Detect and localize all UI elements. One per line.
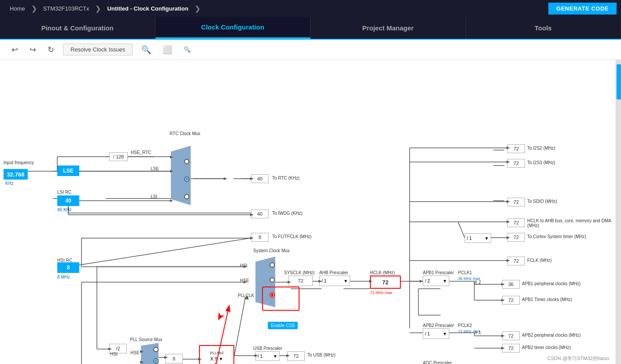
zoom-in-button[interactable]: 🔍 — [139, 43, 154, 56]
pclk2-label: PCLK2 — [458, 323, 472, 328]
rtc-radio-lse[interactable] — [184, 176, 189, 182]
usb-val-box[interactable]: 72 — [287, 351, 305, 361]
red-arrow-1: ➤ — [213, 310, 228, 324]
refresh-button[interactable]: ↻ — [45, 43, 57, 56]
ahb-label: AHB Prescaler — [319, 270, 348, 275]
sys-radio-hsi[interactable] — [270, 262, 275, 268]
redo-button[interactable]: ↪ — [27, 43, 39, 56]
nav-home[interactable]: Home — [4, 0, 30, 17]
pll-src-radio-hse[interactable] — [153, 358, 159, 364]
hsi-sys-label: HSI — [240, 263, 248, 268]
rtc-mux-label: RTC Clock Mux — [170, 131, 200, 136]
apb1-div2-val: / 2 — [425, 279, 430, 283]
hclk-ahb-label: HCLK to AHB bus, core, memory and DMA (M… — [527, 218, 616, 228]
lsi-box[interactable]: 40 — [57, 195, 79, 206]
fclk-val-box[interactable]: 72 — [507, 257, 525, 265]
apb1-periph-val[interactable]: 36 — [502, 280, 520, 289]
connections-svg — [0, 60, 616, 364]
usb-pre-label: USB Prescaler — [253, 346, 282, 351]
fit-button[interactable]: ⬜ — [160, 43, 175, 56]
i2s2-to-label: To I2S2 (MHz) — [527, 146, 555, 151]
rtc-radio-lsi[interactable] — [184, 194, 189, 199]
apb1-timer-label: APB1 Timer clocks (MHz) — [522, 297, 572, 302]
top-navbar: Home ❯ STM32F103RCTx ❯ Untitled - Clock … — [0, 0, 621, 17]
resolve-clock-button[interactable]: Resolve Clock Issues — [63, 44, 133, 55]
apb1-prescaler-select[interactable]: / 2 ▼ — [423, 276, 449, 286]
apb2-timer-val[interactable]: 72 — [502, 344, 520, 353]
ahb-chevron: ▼ — [344, 279, 348, 283]
sdio-to-label: To SDIO (MHz) — [527, 199, 557, 204]
sys-radio-hse[interactable] — [270, 277, 275, 283]
nav-chevron-2: ❯ — [95, 4, 101, 13]
pllclk-sys-label: PLLCLK — [238, 293, 254, 298]
lse-box[interactable]: LSE — [57, 165, 79, 176]
clock-diagram: Input frequency 32.768 KHz LSE LSI RC 40… — [0, 60, 616, 364]
svg-marker-32 — [170, 199, 173, 202]
apb2-x1: X 1 — [474, 330, 481, 335]
input-freq-label: Input frequency — [4, 160, 34, 165]
hclk-val-box[interactable]: 72 — [370, 276, 401, 289]
iwdg-val-box[interactable]: 40 — [251, 210, 269, 218]
flit-val-box[interactable]: 8 — [251, 233, 269, 242]
tab-clock[interactable]: Clock Configuration — [155, 17, 311, 39]
nav-device[interactable]: STM32F103RCTx — [38, 0, 95, 17]
hse-sys-label: HSE — [240, 278, 249, 283]
svg-line-105 — [234, 298, 245, 356]
pll-hse-label: HSE — [130, 350, 140, 355]
pll-src-radio-hsi[interactable] — [153, 347, 159, 352]
i2s2-val-box[interactable]: 72 — [507, 144, 525, 153]
watermark: CSDN @学习STM32的haozi — [547, 355, 609, 362]
pll-8-box[interactable]: 8 — [165, 354, 183, 364]
tab-tools[interactable]: Tools — [466, 17, 621, 39]
tab-pinout[interactable]: Pinout & Configuration — [0, 17, 155, 39]
fclk-to-label: FCLK (MHz) — [527, 258, 552, 263]
i2s3-val-box[interactable]: 72 — [507, 159, 525, 168]
sysclk-label: SYSCLK (MHz) — [284, 270, 314, 275]
sdio-val-box[interactable]: 72 — [507, 198, 525, 206]
div128-box[interactable]: / 128 — [109, 152, 128, 161]
ahb-val: / 1 — [322, 279, 326, 283]
rtc-to-label: To RTC (KHz) — [272, 176, 299, 180]
main-area: Input frequency 32.768 KHz LSE LSI RC 40… — [0, 60, 621, 364]
hclk-ahb-val-box[interactable]: 72 — [507, 218, 525, 227]
input-freq-unit: KHz — [5, 181, 14, 186]
enable-css-button[interactable]: Enable CSS — [268, 322, 298, 329]
svg-line-13 — [68, 236, 264, 267]
cortex-val-box[interactable]: 72 — [507, 233, 525, 242]
apb2-label: APB2 Prescaler — [423, 323, 454, 328]
sysclk-val-box[interactable]: 72 — [288, 276, 313, 286]
zoom-out-button[interactable]: 🔍 — [181, 44, 193, 55]
apb2-periph-val[interactable]: 72 — [502, 331, 520, 340]
flit-to-label: To FLITFCLK (MHz) — [272, 234, 311, 239]
pll-src-label: PLL Source Mux — [130, 337, 163, 342]
nav-title: Untitled - Clock Configuration — [102, 0, 193, 17]
usb-prescaler-select[interactable]: / 1 ▼ — [255, 351, 280, 361]
apb1-periph-label: APB1 peripheral clocks (MHz) — [522, 281, 580, 286]
hsi-box[interactable]: 8 — [57, 262, 79, 273]
apb2-div1-val: / 1 — [425, 331, 430, 336]
scroll-thumb[interactable] — [617, 64, 621, 99]
svg-marker-34 — [224, 177, 227, 180]
apb2-prescaler-select[interactable]: / 1 ▼ — [423, 328, 449, 339]
sys-radio-pll[interactable] — [270, 292, 275, 298]
rtc-radio-hse[interactable] — [184, 159, 189, 164]
adc-label: ADC Prescaler — [423, 360, 452, 364]
ahb-prescaler-select[interactable]: / 1 ▼ — [319, 276, 350, 286]
lse-line-label: LSE — [151, 166, 159, 171]
generate-code-button[interactable]: GENERATE CODE — [548, 3, 617, 15]
apb1-timer-val[interactable]: 72 — [502, 296, 520, 305]
vertical-scrollbar[interactable] — [616, 60, 621, 364]
rtc-val-box[interactable]: 40 — [251, 174, 269, 183]
apb1-chevron: ▼ — [443, 279, 447, 283]
usb-div1: / 1 — [258, 354, 262, 359]
hsi-sub: 8 MHz — [57, 275, 70, 279]
undo-button[interactable]: ↩ — [9, 43, 21, 56]
pclk1-label: PCLK1 — [458, 270, 472, 275]
input-freq-value[interactable]: 32.768 — [4, 169, 28, 180]
tab-project[interactable]: Project Manager — [310, 17, 466, 39]
pllmul-box: PLLMul X 9 ▼ — [199, 345, 234, 364]
nav-chevron-3: ❯ — [195, 4, 200, 13]
apb2-timer-label: APB2 timer clocks (MHz) — [522, 345, 571, 350]
iwdg-to-label: To IWDG (KHz) — [272, 211, 303, 216]
cortex-prescaler-select[interactable]: / 1 ▼ — [465, 233, 491, 243]
